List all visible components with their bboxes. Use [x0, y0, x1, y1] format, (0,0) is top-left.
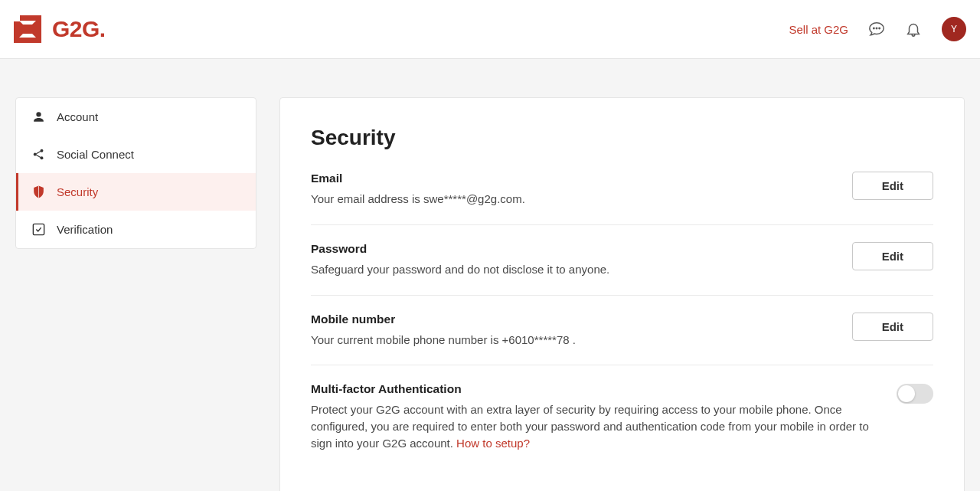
- email-label: Email: [311, 172, 829, 185]
- svg-rect-6: [33, 224, 44, 234]
- mfa-label: Multi-factor Authentication: [311, 382, 874, 396]
- sidenav-item-social[interactable]: Social Connect: [16, 136, 256, 173]
- mfa-desc-text: Protect your G2G account with an extra l…: [311, 403, 869, 450]
- password-desc: Safeguard your password and do not discl…: [311, 261, 829, 278]
- sidenav-item-label: Social Connect: [57, 148, 134, 161]
- sidenav-item-security[interactable]: Security: [16, 173, 256, 211]
- sidenav-item-label: Verification: [57, 223, 113, 236]
- page-title: Security: [311, 126, 933, 150]
- security-row-password: Password Safeguard your password and do …: [311, 242, 933, 296]
- logo-text: G2G.: [52, 16, 106, 42]
- sidenav-item-account[interactable]: Account: [16, 98, 256, 136]
- main-panel: Security Email Your email address is swe…: [279, 97, 965, 491]
- email-desc: Your email address is swe*****@g2g.com.: [311, 191, 829, 208]
- security-row-mfa: Multi-factor Authentication Protect your…: [311, 382, 933, 468]
- bell-icon[interactable]: [905, 21, 922, 38]
- top-header: G2G. Sell at G2G Y: [0, 0, 980, 59]
- svg-point-1: [876, 28, 877, 28]
- sidenav-item-label: Account: [57, 110, 98, 123]
- mfa-toggle[interactable]: [897, 384, 933, 404]
- shield-icon: [31, 185, 46, 199]
- sidenav-item-verification[interactable]: Verification: [16, 211, 256, 248]
- sidenav: Account Social Connect Security Verifica…: [15, 97, 256, 249]
- person-icon: [31, 110, 46, 124]
- avatar[interactable]: Y: [942, 17, 966, 41]
- password-label: Password: [311, 242, 829, 256]
- mfa-desc: Protect your G2G account with an extra l…: [311, 401, 874, 451]
- logo-icon: [14, 15, 41, 43]
- mobile-desc: Your current mobile phone number is +601…: [311, 332, 829, 349]
- logo[interactable]: G2G.: [14, 15, 106, 43]
- share-icon: [31, 147, 46, 162]
- security-row-mobile: Mobile number Your current mobile phone …: [311, 313, 933, 366]
- svg-point-2: [879, 28, 880, 28]
- check-box-icon: [31, 222, 46, 237]
- sell-link[interactable]: Sell at G2G: [789, 23, 848, 36]
- edit-email-button[interactable]: Edit: [852, 172, 933, 200]
- svg-point-0: [874, 28, 874, 28]
- edit-password-button[interactable]: Edit: [852, 242, 933, 270]
- mobile-label: Mobile number: [311, 313, 829, 326]
- edit-mobile-button[interactable]: Edit: [852, 313, 933, 341]
- chat-icon[interactable]: [868, 21, 885, 38]
- mfa-setup-link[interactable]: How to setup?: [456, 437, 530, 450]
- page-body: Account Social Connect Security Verifica…: [3, 59, 977, 491]
- sidenav-item-label: Security: [57, 185, 98, 198]
- header-right: Sell at G2G Y: [789, 17, 966, 41]
- security-row-email: Email Your email address is swe*****@g2g…: [311, 172, 933, 225]
